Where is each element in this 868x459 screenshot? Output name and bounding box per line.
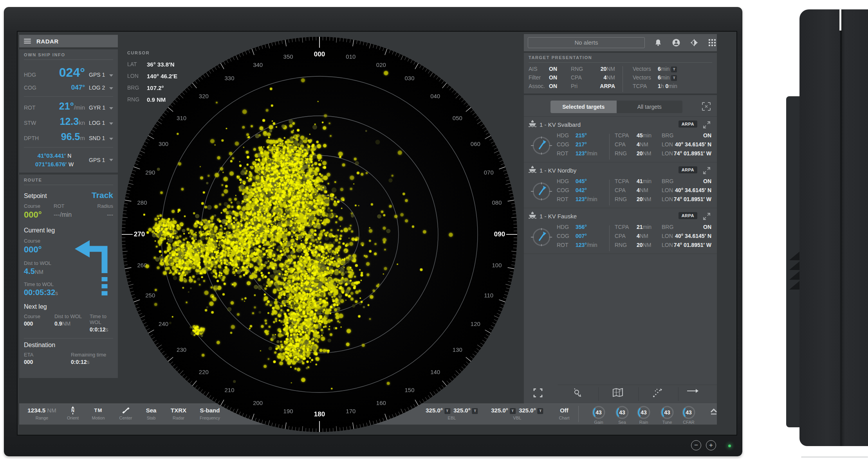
- cursor-lat: 36° 33.8′N: [147, 61, 174, 68]
- position-value: 41°03.441′ N 071°16.676′ W: [24, 151, 89, 169]
- arpa-badge: ARPA: [679, 166, 697, 173]
- tab-selected-targets[interactable]: Selected targets: [550, 101, 617, 113]
- alert-status-field[interactable]: No alerts: [528, 37, 645, 48]
- menu-icon[interactable]: [24, 39, 31, 43]
- target-column-divider: [609, 134, 610, 160]
- page: RADAR OWN SHIP INFO HDG 024° GPS 1 COG 0…: [0, 0, 868, 459]
- svg-text:43: 43: [641, 409, 647, 416]
- svg-text:43: 43: [664, 409, 670, 416]
- cog-value: 047°: [41, 84, 89, 92]
- motion-field[interactable]: TM Motion: [92, 406, 105, 420]
- cog-source-select[interactable]: LOG 2: [89, 85, 109, 91]
- svg-text:43: 43: [686, 409, 692, 416]
- vector-arrow-icon[interactable]: [686, 388, 699, 394]
- gauge-knob[interactable]: 43 Sea: [615, 405, 629, 425]
- current-leg-label: Current leg: [24, 227, 113, 234]
- setpoint-rot: ---/min: [54, 211, 83, 218]
- ship-icon: [528, 212, 537, 220]
- chart-map-icon[interactable]: [612, 388, 623, 397]
- brightness-plus-button[interactable]: +: [706, 440, 716, 450]
- cog-row: COG 047° LOG 2: [24, 84, 113, 92]
- trial-maneuver-icon[interactable]: [652, 388, 662, 398]
- target-presentation-section: TARGET PRESENTATION AISON RNG20NM Vector…: [524, 53, 717, 94]
- orient-field[interactable]: N Orient: [67, 406, 79, 420]
- setpoint-mode[interactable]: Track: [92, 191, 113, 200]
- svg-text:43: 43: [619, 409, 625, 416]
- bar-divider: [578, 406, 579, 422]
- chevron-down-icon[interactable]: [109, 138, 113, 140]
- collapse-bar-button[interactable]: [709, 408, 718, 415]
- radar-ppi-display[interactable]: [118, 33, 521, 436]
- target-column-divider: [609, 225, 610, 251]
- north-arrow-icon: N: [67, 406, 79, 415]
- vectors-true-toggle[interactable]: T: [671, 75, 677, 81]
- ship-icon: [528, 120, 537, 128]
- gauge-knob[interactable]: 43 Gain: [592, 405, 606, 425]
- rot-value: 21°/min: [41, 101, 89, 112]
- expand-target-icon[interactable]: [702, 212, 711, 221]
- range-field[interactable]: 1234.5 NM Range: [27, 406, 56, 420]
- fullscreen-brackets-icon[interactable]: [533, 388, 543, 398]
- chevron-down-icon[interactable]: [109, 87, 113, 90]
- target-card[interactable]: 1 - KV Fauske ARPA HDG356° TCPA21min BRG…: [524, 208, 717, 254]
- stw-source-select[interactable]: LOG 1: [89, 120, 109, 126]
- vectors-true-toggle[interactable]: T: [671, 67, 677, 72]
- route-title: ROUTE: [24, 178, 113, 182]
- vbl-true-toggle-2[interactable]: T: [538, 408, 543, 414]
- chevron-down-icon[interactable]: [109, 74, 113, 77]
- expand-panel-icon[interactable]: [701, 101, 711, 112]
- stw-row: STW 12.3kn LOG 1: [24, 116, 113, 127]
- tp-row-3: Assoc.ON PriARPA TCPA1h 0min: [529, 83, 712, 92]
- target-card[interactable]: 1 - KV Svalbard ARPA HDG215° TCPA45min B…: [524, 117, 717, 162]
- ship-icon: [528, 166, 537, 174]
- destination-label: Destination: [24, 342, 113, 349]
- chevron-down-icon[interactable]: [109, 122, 113, 125]
- expand-target-icon[interactable]: [702, 120, 711, 130]
- chart-field[interactable]: Off Chart: [559, 406, 570, 420]
- target-tools-row: [524, 385, 717, 403]
- rot-source-select[interactable]: GYR 1: [89, 104, 109, 111]
- pos-source-select[interactable]: GPS 1: [89, 157, 109, 163]
- dpth-source-select[interactable]: SND 1: [89, 135, 109, 141]
- target-card[interactable]: 1 - KV Nordby ARPA HDG045° TCPA41min BRG…: [524, 162, 717, 208]
- cursor-readout: CURSOR LAT36° 33.8′N LON140° 46.2′E BRG1…: [127, 50, 177, 105]
- hdg-source-select[interactable]: GPS 1: [89, 72, 109, 78]
- cursor-brg: 107.2°: [147, 85, 164, 91]
- position-row: 41°03.441′ N 071°16.676′ W GPS 1: [24, 151, 113, 169]
- chevron-down-icon[interactable]: [109, 159, 113, 161]
- svg-text:43: 43: [596, 409, 602, 416]
- rot-row: ROT 21°/min GYR 1: [24, 101, 113, 112]
- brightness-minus-button[interactable]: −: [691, 440, 701, 450]
- bell-icon[interactable]: [653, 38, 663, 47]
- tp-column-divider: [623, 66, 623, 92]
- tab-all-targets[interactable]: All targets: [617, 101, 683, 113]
- brightness-icon[interactable]: [689, 38, 699, 47]
- user-icon[interactable]: [671, 38, 681, 47]
- dpth-row: DPTH 96.5m SND 1: [24, 131, 113, 142]
- apps-grid-icon[interactable]: [707, 38, 717, 47]
- own-ship-info-section: OWN SHIP INFO HDG 024° GPS 1 COG 047° LO…: [19, 49, 118, 173]
- setpoint-values: Course000° ROT---/min Radius---: [24, 203, 113, 220]
- tp-row-2: FilterON CPA4NM Vectors6minT: [529, 74, 712, 83]
- arpa-badge: ARPA: [679, 212, 697, 219]
- acquire-target-icon[interactable]: [572, 388, 583, 398]
- expand-target-icon[interactable]: [702, 166, 711, 175]
- setpoint-radius: ---: [83, 211, 113, 218]
- left-panel: RADAR OWN SHIP INFO HDG 024° GPS 1 COG 0…: [19, 35, 118, 378]
- app-title: RADAR: [36, 38, 59, 45]
- gauge-knob[interactable]: 43 CFAR: [682, 405, 696, 425]
- gauge-knob[interactable]: 43 Rain: [637, 405, 651, 425]
- gauge-knob[interactable]: 43 Tune: [660, 405, 674, 425]
- monitor-front-bezel: RADAR OWN SHIP INFO HDG 024° GPS 1 COG 0…: [4, 7, 742, 456]
- floor-shadow: [801, 456, 868, 458]
- dpth-value: 96.5m: [41, 131, 89, 142]
- chevron-down-icon[interactable]: [109, 107, 113, 110]
- side-seam-gap: [839, 9, 841, 31]
- targets-section: Selected targets All targets: [524, 95, 717, 403]
- cursor-lon: 140° 46.2′E: [147, 73, 177, 79]
- destination-values: ETA000 Remaining time0:0:12s: [24, 352, 113, 365]
- power-led: [728, 445, 731, 447]
- target-tabs: Selected targets All targets: [550, 101, 682, 113]
- setpoint-course: 000°: [24, 210, 54, 220]
- target-list: 1 - KV Svalbard ARPA HDG215° TCPA45min B…: [524, 116, 717, 254]
